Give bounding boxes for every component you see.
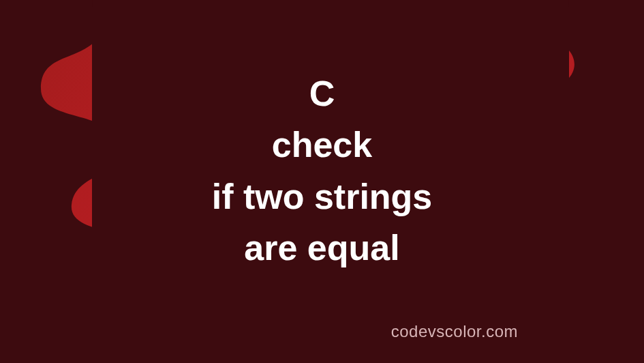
title-line-3: if two strings <box>0 171 644 222</box>
graphic-canvas: C check if two strings are equal codevsc… <box>0 0 644 363</box>
title-block: C check if two strings are equal <box>0 68 644 274</box>
title-line-2: check <box>0 119 644 171</box>
title-line-4: are equal <box>0 222 644 274</box>
title-line-1: C <box>0 68 644 119</box>
watermark-text: codevscolor.com <box>391 322 518 341</box>
